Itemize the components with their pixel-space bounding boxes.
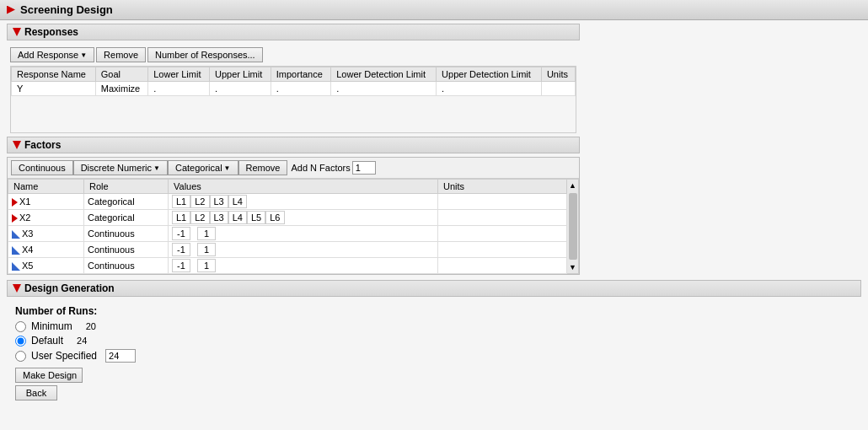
main-content: Responses Add Response ▼ Remove Number o… bbox=[0, 20, 868, 430]
factors-collapse-icon[interactable] bbox=[13, 141, 21, 149]
col-goal: Goal bbox=[95, 67, 147, 82]
responses-block: Add Response ▼ Remove Number of Response… bbox=[7, 44, 580, 137]
radio-default[interactable] bbox=[15, 336, 26, 347]
factor-row[interactable]: X5 Continuous -11 bbox=[8, 258, 567, 274]
col-values: Values bbox=[169, 180, 438, 194]
remove-response-button[interactable]: Remove bbox=[96, 47, 146, 62]
discrete-arrow: ▼ bbox=[153, 164, 160, 172]
responses-label: Responses bbox=[24, 26, 78, 38]
radio-row: Minimum 20 bbox=[15, 320, 853, 332]
factor-role-cell: Continuous bbox=[84, 226, 169, 242]
factor-units-cell bbox=[438, 226, 567, 242]
value-cell: 1 bbox=[197, 259, 216, 272]
collapse-icon[interactable] bbox=[7, 6, 15, 14]
factor-values-cell: -11 bbox=[169, 258, 438, 274]
value-cell: L4 bbox=[228, 195, 247, 208]
number-of-runs-label: Number of Runs: bbox=[15, 305, 853, 317]
continuous-icon bbox=[12, 262, 20, 271]
factor-role-cell: Categorical bbox=[84, 210, 169, 226]
remove-factor-button[interactable]: Remove bbox=[238, 160, 288, 175]
categorical-button[interactable]: Categorical ▼ bbox=[168, 160, 238, 175]
value-cell: L4 bbox=[228, 211, 247, 224]
discrete-numeric-button[interactable]: Discrete Numeric ▼ bbox=[73, 160, 168, 175]
factors-toolbar: Continuous Discrete Numeric ▼ Categorica… bbox=[8, 158, 579, 179]
factor-units-cell bbox=[438, 242, 567, 258]
response-row[interactable]: Y Maximize . . . . . bbox=[12, 82, 576, 96]
col-name: Name bbox=[8, 180, 84, 194]
value-cell: -1 bbox=[172, 243, 190, 256]
factor-units-cell bbox=[438, 194, 567, 210]
factor-row[interactable]: X4 Continuous -11 bbox=[8, 242, 567, 258]
upper-detection-cell: . bbox=[437, 82, 542, 96]
factor-name-cell: X2 bbox=[8, 210, 84, 226]
factors-block: Continuous Discrete Numeric ▼ Categorica… bbox=[7, 157, 580, 275]
make-design-button[interactable]: Make Design bbox=[15, 368, 83, 383]
value-cell: -1 bbox=[172, 227, 190, 240]
design-collapse-icon[interactable] bbox=[13, 284, 21, 293]
value-spacer bbox=[190, 259, 197, 272]
factors-section: Factors Continuous Discrete Numeric ▼ Ca… bbox=[7, 137, 861, 275]
design-label: Design Generation bbox=[24, 282, 115, 294]
value-cell: L3 bbox=[210, 211, 228, 224]
factor-row[interactable]: X3 Continuous -11 bbox=[8, 226, 567, 242]
scroll-thumb bbox=[569, 193, 577, 260]
categorical-icon bbox=[12, 198, 18, 207]
radio-count: 20 bbox=[86, 321, 96, 331]
responses-collapse-icon[interactable] bbox=[13, 28, 21, 36]
value-cell: L1 bbox=[172, 195, 190, 208]
value-cell: -1 bbox=[172, 259, 190, 272]
factors-table-wrap: Name Role Values Units X1 Categorical L1… bbox=[8, 179, 579, 274]
col-units-f: Units bbox=[438, 180, 567, 194]
radio-minimum[interactable] bbox=[15, 321, 26, 332]
radio-row: User Specified bbox=[15, 349, 853, 363]
lower-detection-cell: . bbox=[331, 82, 437, 96]
factor-values-cell: L1L2L3L4L5L6 bbox=[169, 210, 438, 226]
factor-values-cell: -11 bbox=[169, 242, 438, 258]
user-specified-input[interactable] bbox=[105, 349, 136, 363]
value-spacer bbox=[190, 227, 197, 240]
factor-row[interactable]: X2 Categorical L1L2L3L4L5L6 bbox=[8, 210, 567, 226]
design-inner: Number of Runs: Minimum 20 Default 24 Us… bbox=[7, 302, 861, 404]
title-text: Screening Design bbox=[20, 3, 113, 16]
n-factors-input[interactable] bbox=[352, 161, 376, 175]
col-response-name: Response Name bbox=[12, 67, 96, 82]
factor-values-cell: -11 bbox=[169, 226, 438, 242]
design-generation-section: Design Generation Number of Runs: Minimu… bbox=[7, 280, 861, 404]
back-button[interactable]: Back bbox=[15, 385, 57, 400]
response-name-cell: Y bbox=[12, 82, 96, 96]
radio-label: User Specified bbox=[31, 350, 97, 362]
col-upper-detection: Upper Detection Limit bbox=[437, 67, 542, 82]
scroll-up-arrow[interactable]: ▲ bbox=[567, 180, 578, 191]
col-importance: Importance bbox=[271, 67, 330, 82]
factor-values-cell: L1L2L3L4 bbox=[169, 194, 438, 210]
factors-table: Name Role Values Units X1 Categorical L1… bbox=[8, 179, 567, 274]
factor-units-cell bbox=[438, 258, 567, 274]
factor-name-cell: X4 bbox=[8, 242, 84, 258]
goal-cell: Maximize bbox=[95, 82, 147, 96]
factors-table-inner: Name Role Values Units X1 Categorical L1… bbox=[8, 179, 567, 274]
add-response-arrow: ▼ bbox=[80, 51, 87, 59]
factors-scrollbar[interactable]: ▲ ▼ bbox=[567, 179, 579, 274]
col-lower-limit: Lower Limit bbox=[148, 67, 210, 82]
design-header: Design Generation bbox=[7, 280, 861, 297]
number-of-responses-button[interactable]: Number of Responses... bbox=[147, 47, 263, 62]
factor-row[interactable]: X1 Categorical L1L2L3L4 bbox=[8, 194, 567, 210]
radio-row: Default 24 bbox=[15, 335, 853, 347]
radio-user-specified[interactable] bbox=[15, 351, 26, 362]
title-bar: Screening Design bbox=[0, 0, 868, 20]
value-cell: 1 bbox=[197, 227, 216, 240]
continuous-icon bbox=[12, 246, 20, 255]
scroll-down-arrow[interactable]: ▼ bbox=[567, 261, 578, 273]
radio-options: Minimum 20 Default 24 User Specified bbox=[15, 320, 853, 363]
add-response-button[interactable]: Add Response ▼ bbox=[10, 47, 94, 62]
value-cell: 1 bbox=[197, 243, 216, 256]
col-lower-detection: Lower Detection Limit bbox=[331, 67, 437, 82]
factors-header: Factors bbox=[7, 137, 580, 153]
factor-name-cell: X1 bbox=[8, 194, 84, 210]
factor-role-cell: Categorical bbox=[84, 194, 169, 210]
continuous-button[interactable]: Continuous bbox=[11, 160, 73, 175]
radio-count: 24 bbox=[77, 336, 87, 346]
categorical-icon bbox=[12, 214, 18, 223]
upper-limit-cell: . bbox=[210, 82, 271, 96]
value-spacer bbox=[190, 243, 197, 256]
